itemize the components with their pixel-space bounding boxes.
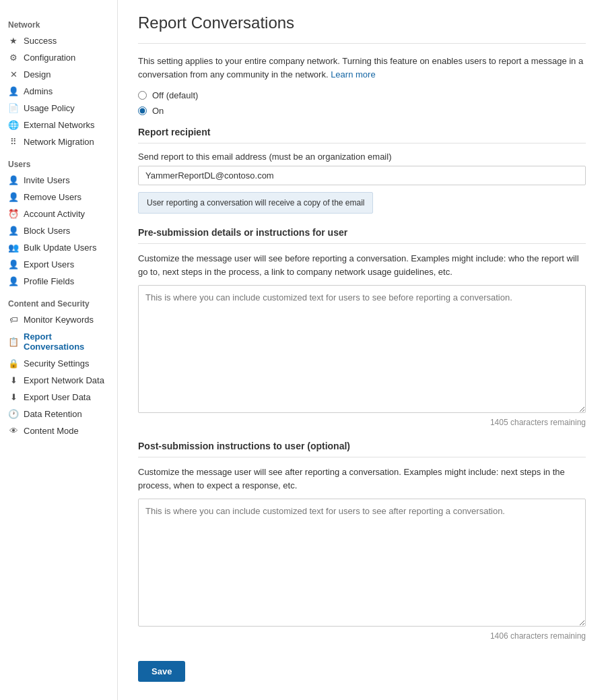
monitor-icon: 🏷	[8, 315, 19, 325]
block-icon: 👤	[8, 226, 19, 236]
globe-icon: 🌐	[8, 120, 19, 130]
sidebar: Network ★ Success ⚙ Configuration ✕ Desi…	[0, 0, 118, 700]
sidebar-item-design[interactable]: ✕ Design	[0, 66, 117, 83]
report-recipient-heading: Report recipient	[138, 127, 586, 144]
activity-icon: ⏰	[8, 209, 19, 219]
export-users-icon: 👤	[8, 259, 19, 269]
sidebar-item-usage-policy[interactable]: 📄 Usage Policy	[0, 100, 117, 117]
sidebar-item-block-users[interactable]: 👤 Block Users	[0, 222, 117, 239]
export-network-icon: ⬇	[8, 375, 19, 385]
policy-icon: 📄	[8, 103, 19, 113]
title-divider	[138, 43, 586, 44]
info-box: User reporting a conversation will recei…	[138, 192, 373, 214]
sidebar-item-invite-users[interactable]: 👤 Invite Users	[0, 172, 117, 189]
bulk-icon: 👥	[8, 243, 19, 253]
radio-off-option: Off (default)	[138, 90, 586, 100]
feature-toggle-group: Off (default) On	[138, 90, 586, 116]
sidebar-item-content-mode[interactable]: 👁 Content Mode	[0, 422, 117, 439]
sidebar-item-profile-fields[interactable]: 👤 Profile Fields	[0, 273, 117, 290]
design-icon: ✕	[8, 69, 19, 79]
retention-icon: 🕐	[8, 409, 19, 419]
sidebar-item-report-conversations[interactable]: 📋 Report Conversations	[0, 328, 117, 355]
sidebar-item-export-users[interactable]: 👤 Export Users	[0, 256, 117, 273]
sidebar-item-remove-users[interactable]: 👤 Remove Users	[0, 189, 117, 205]
radio-on-label[interactable]: On	[152, 106, 164, 116]
pre-submission-chars: 1405 characters remaining	[138, 418, 586, 427]
learn-more-link[interactable]: Learn more	[331, 69, 375, 79]
pre-submission-textarea[interactable]	[138, 285, 586, 413]
success-icon: ★	[8, 36, 19, 46]
pre-submission-description: Customize the message user will see befo…	[138, 252, 586, 278]
post-submission-textarea[interactable]	[138, 499, 586, 627]
post-submission-chars: 1406 characters remaining	[138, 631, 586, 641]
admins-icon: 👤	[8, 86, 19, 96]
radio-off-input[interactable]	[138, 91, 147, 100]
profile-icon: 👤	[8, 276, 19, 286]
email-field-label: Send report to this email address (must …	[138, 152, 586, 162]
save-button[interactable]: Save	[138, 661, 185, 682]
sidebar-item-success[interactable]: ★ Success	[0, 32, 117, 49]
export-user-data-icon: ⬇	[8, 392, 19, 402]
sidebar-item-external-networks[interactable]: 🌐 External Networks	[0, 117, 117, 133]
gear-icon: ⚙	[8, 53, 19, 63]
radio-on-option: On	[138, 106, 586, 116]
eye-icon: 👁	[8, 426, 19, 436]
sidebar-item-monitor-keywords[interactable]: 🏷 Monitor Keywords	[0, 311, 117, 328]
radio-off-label[interactable]: Off (default)	[152, 90, 198, 100]
content-section-label: Content and Security	[0, 290, 117, 311]
sidebar-item-export-network-data[interactable]: ⬇ Export Network Data	[0, 372, 117, 389]
sidebar-item-network-migration[interactable]: ⠿ Network Migration	[0, 133, 117, 150]
email-input[interactable]	[138, 166, 586, 185]
page-title: Report Conversations	[138, 13, 586, 32]
users-section-label: Users	[0, 150, 117, 172]
sidebar-item-bulk-update[interactable]: 👥 Bulk Update Users	[0, 239, 117, 256]
sidebar-item-admins[interactable]: 👤 Admins	[0, 83, 117, 100]
invite-icon: 👤	[8, 175, 19, 185]
post-submission-description: Customize the message user will see afte…	[138, 466, 586, 492]
report-icon: 📋	[8, 337, 19, 347]
sidebar-item-data-retention[interactable]: 🕐 Data Retention	[0, 406, 117, 422]
main-description: This setting applies to your entire comp…	[138, 55, 586, 81]
main-content: Report Conversations This setting applie…	[118, 0, 606, 700]
lock-icon: 🔒	[8, 358, 19, 369]
remove-user-icon: 👤	[8, 192, 19, 202]
sidebar-item-account-activity[interactable]: ⏰ Account Activity	[0, 205, 117, 222]
migration-icon: ⠿	[8, 137, 19, 147]
network-section-label: Network	[0, 11, 117, 32]
pre-submission-heading: Pre-submission details or instructions f…	[138, 227, 586, 244]
sidebar-item-export-user-data[interactable]: ⬇ Export User Data	[0, 389, 117, 406]
sidebar-item-configuration[interactable]: ⚙ Configuration	[0, 49, 117, 66]
radio-on-input[interactable]	[138, 106, 147, 115]
post-submission-heading: Post-submission instructions to user (op…	[138, 441, 586, 457]
sidebar-item-security-settings[interactable]: 🔒 Security Settings	[0, 355, 117, 372]
